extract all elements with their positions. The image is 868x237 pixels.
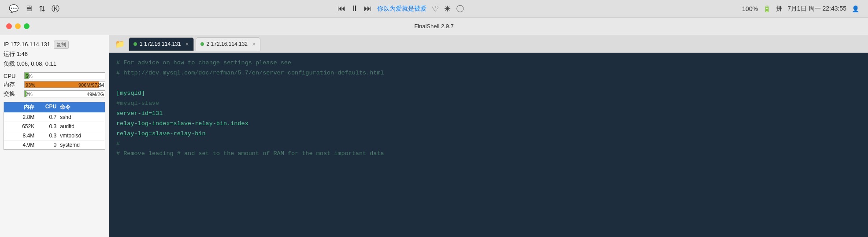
window-title: FinalShell 2.9.7 (414, 23, 454, 30)
bluetooth-icon[interactable]: ✳ (444, 4, 451, 14)
mem-progress-bar: 93% 906M/972M (24, 81, 105, 88)
tab-label-1: 1 172.16.114.131 (140, 41, 181, 47)
process-row: 652K 0.3 auditd (4, 122, 105, 131)
swap-percent: 2% (26, 91, 33, 97)
process-row: 2.8M 0.7 sshd (4, 112, 105, 122)
term-line-5: server-id=131 (116, 109, 861, 119)
process-row: 8.4M 0.3 vmtoolsd (4, 131, 105, 140)
app-icon[interactable]: Ⓚ (52, 4, 59, 14)
window: FinalShell 2.9.7 IP 172.16.114.131 复制 运行… (0, 18, 868, 237)
proc-cpu-0: 0.7 (36, 113, 58, 122)
uptime-label: 运行 (4, 51, 15, 57)
term-line-1: # http://dev.mysql.com/doc/refman/5.7/en… (116, 68, 861, 78)
term-line-3: [mysqld] (116, 89, 861, 99)
window-titlebar: FinalShell 2.9.7 (0, 18, 868, 35)
process-table-header: 内存 CPU 命令 (4, 102, 105, 112)
cpu-row: CPU 5% (4, 72, 105, 79)
swap-row: 交换 2% 49M/2G (4, 90, 105, 98)
uptime-row: 运行 1:46 (4, 49, 105, 59)
server-info: IP 172.16.114.131 复制 运行 1:46 负载 0.06, 0.… (4, 40, 105, 69)
term-line-0: # For advice on how to change settings p… (116, 58, 861, 68)
tab-2[interactable]: 2 172.16.114.132 × (196, 37, 261, 51)
tab-close-2[interactable]: × (252, 41, 256, 48)
battery-icon: 🔋 (763, 5, 771, 12)
song-title: 你以为爱就是被爱 (377, 5, 427, 13)
airplay-icon[interactable]: 〇 (456, 4, 464, 14)
pause-icon[interactable]: ⏸ (351, 4, 359, 13)
swap-label: 交换 (4, 90, 22, 98)
traffic-lights (6, 23, 30, 29)
header-mem: 内存 (4, 102, 36, 112)
folder-button[interactable]: 📁 (113, 38, 127, 50)
mac-topbar-right: 100% 🔋 拼 7月1日 周一 22:43:55 👤 (742, 5, 859, 13)
tab-close-1[interactable]: × (185, 41, 189, 48)
mem-percent: 93% (26, 81, 35, 88)
proc-cmd-3: systemd (58, 141, 105, 149)
process-table: 内存 CPU 命令 2.8M 0.7 sshd 652K 0.3 auditd … (4, 102, 105, 150)
mem-label: 内存 (4, 81, 22, 89)
mac-topbar-left: 💬 🖥 ⇅ Ⓚ (9, 4, 59, 14)
terminal[interactable]: # For advice on how to change settings p… (109, 53, 868, 237)
term-line-9: # Remove leading # and set to the amount… (116, 149, 861, 159)
prev-icon[interactable]: ⏮ (338, 4, 345, 13)
mac-topbar: 💬 🖥 ⇅ Ⓚ ⏮ ⏸ ⏭ 你以为爱就是被爱 ♡ ✳ 〇 100% 🔋 拼 7月… (0, 0, 868, 18)
load-value: 0.06, 0.08, 0.11 (17, 60, 56, 67)
term-line-6: relay-log-index=slave-relay-bin.index (116, 119, 861, 129)
term-line-2 (116, 78, 861, 89)
window-content: IP 172.16.114.131 复制 运行 1:46 负载 0.06, 0.… (0, 35, 868, 237)
tab-dot-1 (134, 42, 137, 46)
ip-row: IP 172.16.114.131 复制 (4, 40, 105, 49)
mem-used: 906M/972M (78, 81, 104, 88)
next-icon[interactable]: ⏭ (364, 4, 372, 13)
load-label: 负载 (4, 60, 15, 67)
proc-cmd-2: vmtoolsd (58, 131, 105, 140)
input-method-icon[interactable]: 拼 (776, 5, 782, 13)
user-icon[interactable]: 👤 (852, 5, 859, 12)
copy-button[interactable]: 复制 (54, 41, 69, 49)
transfer-icon[interactable]: ⇅ (39, 4, 45, 14)
wechat-icon[interactable]: 💬 (9, 4, 19, 14)
sidebar: IP 172.16.114.131 复制 运行 1:46 负载 0.06, 0.… (0, 35, 109, 237)
battery-percent: 100% (742, 5, 758, 12)
term-line-7: relay-log=slave-relay-bin (116, 129, 861, 139)
main-area: 📁 1 172.16.114.131 × 2 172.16.114.132 × … (109, 35, 868, 237)
proc-cpu-3: 0 (36, 141, 58, 149)
uptime-value: 1:46 (17, 51, 28, 57)
term-line-4: #mysql-slave (116, 99, 861, 109)
proc-cpu-1: 0.3 (36, 122, 58, 131)
header-cpu: CPU (36, 102, 58, 112)
proc-mem-2: 8.4M (4, 131, 36, 140)
proc-mem-1: 652K (4, 122, 36, 131)
tab-bar: 📁 1 172.16.114.131 × 2 172.16.114.132 × (109, 35, 868, 53)
term-line-8: # (116, 139, 861, 149)
tab-1[interactable]: 1 172.16.114.131 × (129, 37, 194, 51)
maximize-button[interactable] (24, 23, 30, 29)
proc-mem-0: 2.8M (4, 113, 36, 122)
ip-address: IP 172.16.114.131 (4, 40, 50, 49)
proc-cmd-0: sshd (58, 113, 105, 122)
datetime: 7月1日 周一 22:43:55 (787, 5, 846, 13)
tab-dot-2 (200, 42, 204, 46)
heart-icon[interactable]: ♡ (432, 4, 439, 14)
finder-icon[interactable]: 🖥 (25, 4, 33, 13)
close-button[interactable] (6, 23, 12, 29)
swap-progress-bar: 2% 49M/2G (24, 90, 105, 97)
cpu-percent: 5% (26, 73, 33, 79)
swap-used: 49M/2G (87, 91, 104, 97)
tab-label-2: 2 172.16.114.132 (207, 41, 248, 47)
proc-mem-3: 4.9M (4, 141, 36, 149)
load-row: 负载 0.06, 0.08, 0.11 (4, 59, 105, 69)
process-row: 4.9M 0 systemd (4, 140, 105, 149)
proc-cmd-1: auditd (58, 122, 105, 131)
cpu-progress-bar: 5% (24, 72, 105, 79)
header-cmd: 命令 (58, 102, 105, 112)
mac-topbar-center: ⏮ ⏸ ⏭ 你以为爱就是被爱 ♡ ✳ 〇 (338, 4, 464, 14)
mem-row: 内存 93% 906M/972M (4, 81, 105, 89)
cpu-label: CPU (4, 73, 22, 79)
minimize-button[interactable] (15, 23, 21, 29)
proc-cpu-2: 0.3 (36, 131, 58, 140)
